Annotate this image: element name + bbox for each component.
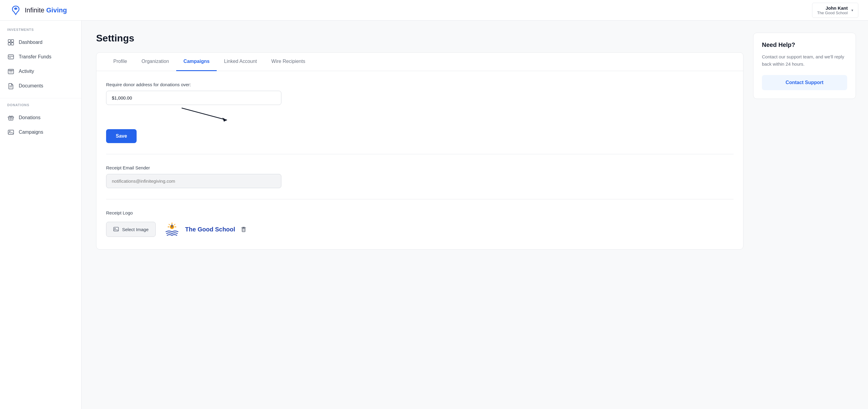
sidebar-item-campaigns[interactable]: Campaigns	[0, 125, 81, 140]
sidebar-item-donations[interactable]: Donations	[0, 110, 81, 125]
gift-icon	[7, 114, 14, 121]
save-button[interactable]: Save	[106, 129, 136, 143]
top-header: Infinite Giving John Kant The Good Schoo…	[0, 0, 868, 21]
dashboard-icon	[7, 39, 14, 46]
school-name: The Good School	[185, 226, 236, 233]
user-name: John Kant	[817, 5, 848, 10]
tab-wire-recipients[interactable]: Wire Recipients	[264, 53, 312, 71]
svg-point-0	[15, 8, 17, 10]
investments-section: INVESTMENTS Dashboard	[0, 28, 81, 93]
sidebar-item-transfer-funds[interactable]: Transfer Funds	[0, 50, 81, 64]
sidebar-item-activity[interactable]: Activity	[0, 64, 81, 79]
receipt-email-input[interactable]	[106, 174, 281, 188]
donations-section: DONATIONS Donations	[0, 103, 81, 140]
receipt-email-field-group: Receipt Email Sender	[106, 165, 734, 188]
transfer-icon	[7, 53, 14, 60]
tab-campaigns[interactable]: Campaigns	[176, 53, 217, 71]
campaigns-label: Campaigns	[19, 129, 43, 135]
settings-main: Settings Profile Organization Campaigns …	[96, 33, 743, 250]
receipt-logo-label: Receipt Logo	[106, 210, 734, 215]
arrow-svg	[173, 105, 233, 123]
svg-rect-5	[8, 55, 13, 59]
svg-marker-20	[222, 118, 227, 122]
logo-text: Infinite Giving	[25, 6, 67, 14]
contact-support-button[interactable]: Contact Support	[762, 75, 847, 90]
donations-section-label: DONATIONS	[0, 103, 81, 110]
svg-rect-30	[242, 228, 245, 232]
donor-address-input[interactable]	[106, 91, 281, 105]
trash-icon	[240, 226, 247, 233]
svg-line-25	[169, 224, 169, 225]
content-area: Settings Profile Organization Campaigns …	[82, 21, 868, 409]
help-panel: Need Help? Contact our support team, and…	[753, 33, 856, 99]
tab-profile[interactable]: Profile	[106, 53, 134, 71]
logo-area: Infinite Giving	[10, 4, 67, 16]
sidebar: INVESTMENTS Dashboard	[0, 21, 82, 409]
help-title: Need Help?	[762, 41, 847, 49]
svg-rect-2	[11, 40, 13, 42]
help-body: Contact our support team, and we'll repl…	[762, 53, 847, 68]
svg-rect-8	[8, 69, 13, 74]
svg-rect-1	[8, 40, 10, 42]
settings-card: Profile Organization Campaigns Linked Ac…	[96, 52, 743, 250]
investments-label: INVESTMENTS	[0, 28, 81, 35]
svg-point-22	[115, 228, 116, 229]
sidebar-divider	[0, 98, 81, 98]
image-placeholder-icon	[113, 226, 119, 232]
select-image-label: Select Image	[122, 227, 149, 232]
donations-label: Donations	[19, 115, 40, 120]
delete-logo-button[interactable]	[239, 225, 248, 234]
image-icon	[7, 128, 14, 136]
section-divider-1	[106, 154, 734, 154]
documents-icon	[7, 82, 14, 90]
activity-label: Activity	[19, 69, 34, 74]
sidebar-item-documents[interactable]: Documents	[0, 79, 81, 93]
svg-line-26	[175, 224, 175, 225]
svg-rect-3	[8, 43, 10, 45]
svg-rect-4	[11, 43, 13, 45]
tab-organization[interactable]: Organization	[134, 53, 176, 71]
receipt-logo-field-group: Receipt Logo Select Image	[106, 210, 734, 238]
dashboard-label: Dashboard	[19, 40, 42, 45]
svg-rect-29	[172, 225, 172, 228]
school-logo-preview: The Good School	[163, 220, 248, 238]
campaigns-settings-content: Require donor address for donations over…	[96, 71, 743, 249]
activity-icon	[7, 68, 14, 75]
transfer-funds-label: Transfer Funds	[19, 54, 51, 60]
user-dropdown[interactable]: John Kant The Good School ▾	[812, 3, 858, 18]
help-card: Need Help? Contact our support team, and…	[753, 33, 856, 99]
sidebar-item-dashboard[interactable]: Dashboard	[0, 35, 81, 50]
svg-line-19	[182, 108, 227, 120]
main-layout: INVESTMENTS Dashboard	[0, 21, 868, 409]
donor-address-label: Require donor address for donations over…	[106, 82, 734, 87]
documents-label: Documents	[19, 83, 43, 89]
tabs-bar: Profile Organization Campaigns Linked Ac…	[96, 53, 743, 71]
receipt-logo-row: Select Image	[106, 220, 734, 238]
school-logo-svg	[163, 220, 181, 238]
user-info: John Kant The Good School	[817, 5, 848, 15]
arrow-annotation	[106, 105, 734, 123]
select-image-button[interactable]: Select Image	[106, 222, 156, 237]
receipt-email-label: Receipt Email Sender	[106, 165, 734, 170]
chevron-down-icon: ▾	[851, 8, 853, 12]
page-title: Settings	[96, 33, 743, 44]
svg-rect-17	[8, 130, 13, 134]
tab-linked-account[interactable]: Linked Account	[217, 53, 264, 71]
section-divider-2	[106, 199, 734, 199]
donor-address-field-group: Require donor address for donations over…	[106, 82, 734, 105]
user-school: The Good School	[817, 10, 848, 15]
logo-icon	[10, 4, 22, 16]
svg-point-18	[9, 131, 10, 132]
